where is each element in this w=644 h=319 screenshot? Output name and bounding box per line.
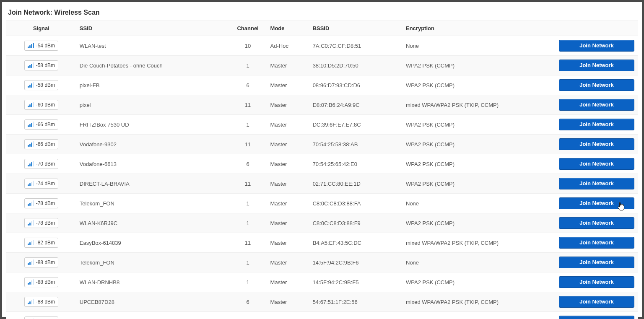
mode-cell: Master (267, 292, 309, 312)
join-network-button[interactable]: Join Network (559, 178, 634, 189)
join-network-button[interactable]: Join Network (559, 296, 634, 308)
signal-strength-icon (28, 83, 34, 88)
channel-cell: 11 (229, 135, 267, 154)
join-network-button[interactable]: Join Network (559, 79, 634, 91)
signal-value: -58 dBm (36, 62, 55, 68)
join-network-button[interactable]: Join Network (559, 217, 634, 229)
encryption-cell: None (402, 253, 553, 272)
header-channel: Channel (229, 21, 267, 36)
ssid-cell: UPCEB87D28 (76, 292, 229, 312)
table-row: -66 dBmVodafone-930211Master70:54:25:58:… (6, 135, 638, 154)
bssid-cell: C8:0C:C8:D3:88:FA (309, 194, 402, 213)
join-network-button[interactable]: Join Network (559, 257, 634, 268)
action-cell: Join Network (553, 174, 638, 194)
signal-value: -88 dBm (36, 259, 55, 265)
header-mode: Mode (267, 21, 309, 36)
signal-strength-icon (28, 220, 34, 226)
signal-strength-icon (28, 102, 34, 107)
bssid-cell: 24:65:11:08:33:7E (309, 312, 402, 319)
bssid-cell: 02:71:CC:80:EE:1D (309, 174, 402, 194)
signal-value: -82 dBm (36, 240, 55, 246)
mode-cell: Master (267, 75, 309, 95)
mode-cell: Master (267, 56, 309, 75)
ssid-cell: EasyBox-614839 (76, 233, 229, 253)
encryption-cell: mixed WPA/WPA2 PSK (TKIP, CCMP) (402, 95, 553, 115)
signal-badge: -88 dBm (24, 277, 58, 287)
signal-value: -58 dBm (36, 82, 55, 88)
signal-badge: -82 dBm (24, 238, 58, 248)
join-network-button[interactable]: Join Network (559, 119, 634, 130)
signal-value: -60 dBm (36, 102, 55, 108)
join-network-button[interactable]: Join Network (559, 60, 634, 71)
table-row: -88 dBmTelekom_FON1Master14:5F:94:2C:9B:… (6, 253, 638, 272)
signal-strength-icon (28, 161, 34, 166)
ssid-cell: WLAN-K6RJ9C (76, 213, 229, 233)
signal-strength-icon (28, 201, 34, 206)
ssid-cell: Telekom_FON (76, 253, 229, 272)
header-signal: Signal (6, 21, 76, 36)
dialog-title: Join Network: Wireless Scan (6, 6, 638, 21)
mode-cell: Master (267, 174, 309, 194)
action-cell: Join Network (553, 194, 638, 213)
table-row: -88 dBmFRITZ!Box 6320 v2 Cable8Master24:… (6, 312, 638, 319)
action-cell: Join Network (553, 154, 638, 174)
action-cell: Join Network (553, 75, 638, 95)
ssid-cell: FRITZ!Box 6320 v2 Cable (76, 312, 229, 319)
ssid-cell: Telekom_FON (76, 194, 229, 213)
encryption-cell: WPA2 PSK (CCMP) (402, 135, 553, 154)
join-network-button[interactable]: Join Network (559, 276, 634, 288)
ssid-cell: WLAN-test (76, 36, 229, 56)
action-cell: Join Network (553, 253, 638, 272)
signal-cell: -82 dBm (6, 233, 76, 253)
join-network-button[interactable]: Join Network (559, 237, 634, 249)
encryption-cell: WPA2 PSK (CCMP) (402, 75, 553, 95)
join-network-button[interactable]: Join Network (559, 138, 634, 150)
action-cell: Join Network (553, 95, 638, 115)
signal-badge: -66 dBm (24, 139, 58, 149)
header-bssid: BSSID (309, 21, 402, 36)
table-row: -60 dBmpixel11MasterD8:07:B6:24:A9:9Cmix… (6, 95, 638, 115)
channel-cell: 1 (229, 213, 267, 233)
signal-cell: -88 dBm (6, 312, 76, 319)
action-cell: Join Network (553, 115, 638, 135)
encryption-cell: WPA2 PSK (CCMP) (402, 154, 553, 174)
bssid-cell: D8:07:B6:24:A9:9C (309, 95, 402, 115)
signal-value: -78 dBm (36, 220, 55, 226)
signal-strength-icon (28, 142, 34, 147)
signal-badge: -66 dBm (24, 119, 58, 130)
mode-cell: Master (267, 253, 309, 272)
encryption-cell: None (402, 194, 553, 213)
encryption-cell: WPA2 PSK (CCMP) (402, 115, 553, 135)
channel-cell: 6 (229, 75, 267, 95)
header-ssid: SSID (76, 21, 229, 36)
signal-badge: -78 dBm (24, 218, 58, 228)
join-network-button[interactable]: Join Network (559, 99, 634, 111)
join-network-button[interactable]: Join Network (559, 316, 634, 319)
join-network-button[interactable]: Join Network (559, 40, 634, 52)
bssid-cell: DC:39:6F:E7:E7:8C (309, 115, 402, 135)
signal-badge: -88 dBm (24, 297, 58, 307)
signal-badge: -58 dBm (24, 60, 58, 70)
table-row: -66 dBmFRITZ!Box 7530 UD1MasterDC:39:6F:… (6, 115, 638, 135)
signal-badge: -70 dBm (24, 159, 58, 169)
channel-cell: 1 (229, 272, 267, 292)
ssid-cell: FRITZ!Box 7530 UD (76, 115, 229, 135)
bssid-cell: B4:A5:EF:43:5C:DC (309, 233, 402, 253)
signal-cell: -54 dBm (6, 36, 76, 56)
join-network-button[interactable]: Join Network (559, 158, 634, 170)
action-cell: Join Network (553, 213, 638, 233)
channel-cell: 6 (229, 154, 267, 174)
ssid-cell: Vodafone-6613 (76, 154, 229, 174)
signal-cell: -66 dBm (6, 115, 76, 135)
signal-badge: -88 dBm (24, 316, 58, 319)
bssid-cell: 54:67:51:1F:2E:56 (309, 292, 402, 312)
signal-value: -78 dBm (36, 200, 55, 206)
signal-cell: -66 dBm (6, 135, 76, 154)
signal-cell: -70 dBm (6, 154, 76, 174)
join-network-button[interactable]: Join Network (559, 197, 634, 209)
signal-cell: -88 dBm (6, 292, 76, 312)
mode-cell: Master (267, 213, 309, 233)
mode-cell: Master (267, 115, 309, 135)
signal-cell: -58 dBm (6, 56, 76, 75)
table-row: -78 dBmTelekom_FON1MasterC8:0C:C8:D3:88:… (6, 194, 638, 213)
